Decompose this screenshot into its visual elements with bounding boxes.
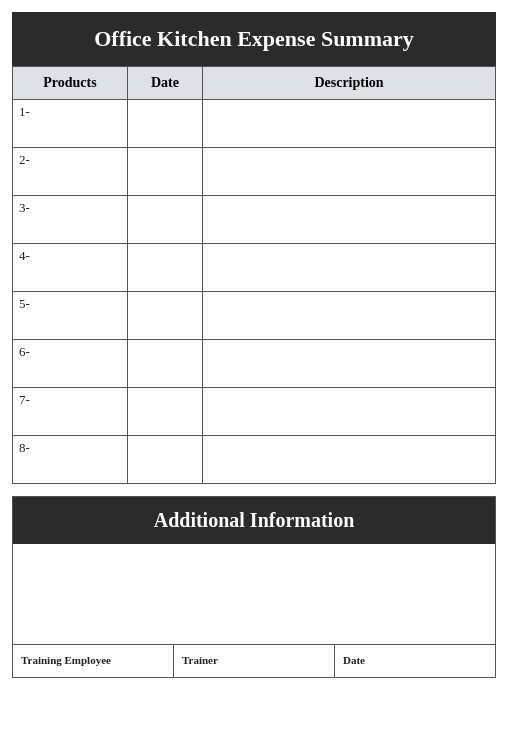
expense-table: Products Date Description 1-2-3-4-5-6-7-… xyxy=(12,66,496,484)
cell-date[interactable] xyxy=(128,100,203,148)
cell-date[interactable] xyxy=(128,244,203,292)
cell-date[interactable] xyxy=(128,292,203,340)
cell-date[interactable] xyxy=(128,148,203,196)
cell-date[interactable] xyxy=(128,196,203,244)
cell-product-number[interactable]: 5- xyxy=(13,292,128,340)
table-row: 6- xyxy=(13,340,496,388)
footer-training-employee-label: Training Employee xyxy=(21,654,111,666)
cell-product-number[interactable]: 7- xyxy=(13,388,128,436)
row-number-label: 6- xyxy=(19,344,30,359)
row-number-label: 2- xyxy=(19,152,30,167)
additional-footer: Training Employee Trainer Date xyxy=(13,644,495,677)
row-number-label: 3- xyxy=(19,200,30,215)
cell-description[interactable] xyxy=(203,388,496,436)
cell-date[interactable] xyxy=(128,436,203,484)
cell-description[interactable] xyxy=(203,100,496,148)
cell-description[interactable] xyxy=(203,196,496,244)
additional-body[interactable] xyxy=(13,544,495,644)
cell-product-number[interactable]: 1- xyxy=(13,100,128,148)
table-row: 7- xyxy=(13,388,496,436)
col-header-date: Date xyxy=(128,67,203,100)
cell-description[interactable] xyxy=(203,244,496,292)
additional-section: Additional Information Training Employee… xyxy=(12,496,496,678)
row-number-label: 7- xyxy=(19,392,30,407)
footer-date: Date xyxy=(335,645,495,677)
col-header-products: Products xyxy=(13,67,128,100)
main-title: Office Kitchen Expense Summary xyxy=(12,12,496,66)
footer-date-label: Date xyxy=(343,654,365,666)
row-number-label: 8- xyxy=(19,440,30,455)
footer-trainer-label: Trainer xyxy=(182,654,218,666)
additional-title: Additional Information xyxy=(13,497,495,544)
page: Office Kitchen Expense Summary Products … xyxy=(0,0,508,737)
row-number-label: 5- xyxy=(19,296,30,311)
table-row: 4- xyxy=(13,244,496,292)
table-row: 2- xyxy=(13,148,496,196)
cell-date[interactable] xyxy=(128,388,203,436)
cell-description[interactable] xyxy=(203,292,496,340)
footer-training-employee: Training Employee xyxy=(13,645,174,677)
table-row: 8- xyxy=(13,436,496,484)
table-row: 3- xyxy=(13,196,496,244)
cell-product-number[interactable]: 6- xyxy=(13,340,128,388)
cell-product-number[interactable]: 2- xyxy=(13,148,128,196)
table-header-row: Products Date Description xyxy=(13,67,496,100)
table-row: 1- xyxy=(13,100,496,148)
cell-description[interactable] xyxy=(203,436,496,484)
cell-date[interactable] xyxy=(128,340,203,388)
cell-product-number[interactable]: 8- xyxy=(13,436,128,484)
row-number-label: 1- xyxy=(19,104,30,119)
cell-description[interactable] xyxy=(203,148,496,196)
row-number-label: 4- xyxy=(19,248,30,263)
cell-product-number[interactable]: 4- xyxy=(13,244,128,292)
cell-product-number[interactable]: 3- xyxy=(13,196,128,244)
footer-trainer: Trainer xyxy=(174,645,335,677)
col-header-description: Description xyxy=(203,67,496,100)
table-row: 5- xyxy=(13,292,496,340)
cell-description[interactable] xyxy=(203,340,496,388)
